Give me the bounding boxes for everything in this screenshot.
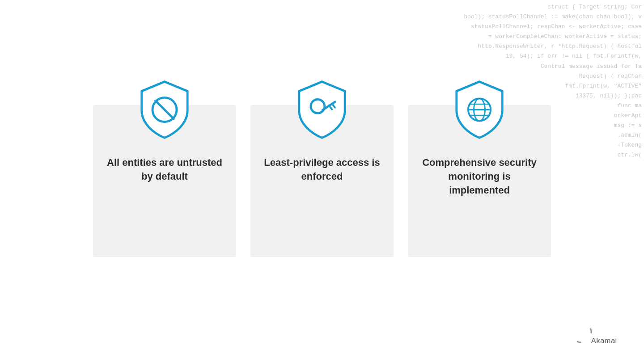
card-monitoring: Comprehensive security monitoring is imp… xyxy=(408,105,551,257)
ban-shield-icon xyxy=(136,78,194,141)
main-content: All entities are untrusted by default Le… xyxy=(0,0,644,362)
shield-ban-wrapper xyxy=(136,78,194,143)
akamai-logo: Akamai xyxy=(577,328,622,349)
key-shield-icon xyxy=(293,78,351,141)
card-untrusted-text: All entities are untrusted by default xyxy=(106,156,223,184)
globe-shield-icon xyxy=(450,78,508,141)
shield-key-wrapper xyxy=(293,78,351,143)
card-least-privilege-text: Least-privilege access is enforced xyxy=(264,156,380,184)
svg-text:Akamai: Akamai xyxy=(591,337,617,345)
akamai-logo-svg: Akamai xyxy=(577,328,622,349)
cards-container: All entities are untrusted by default Le… xyxy=(76,105,568,257)
card-monitoring-text: Comprehensive security monitoring is imp… xyxy=(421,156,538,197)
shield-globe-wrapper xyxy=(450,78,508,143)
card-least-privilege: Least-privilege access is enforced xyxy=(250,105,394,257)
card-untrusted: All entities are untrusted by default xyxy=(93,105,236,257)
